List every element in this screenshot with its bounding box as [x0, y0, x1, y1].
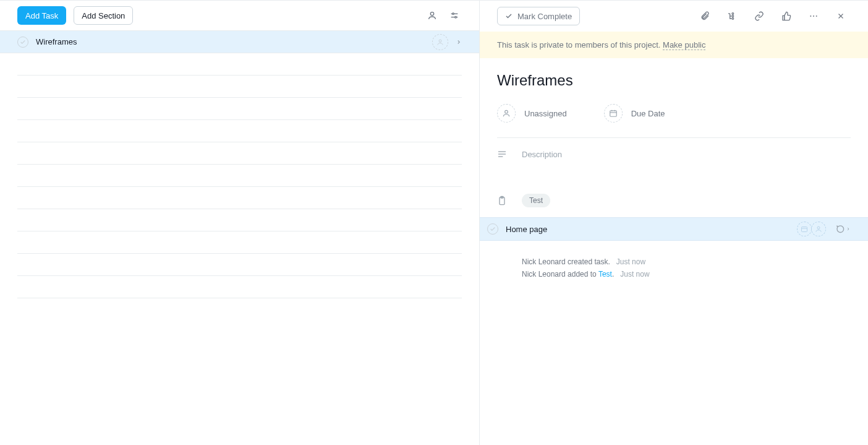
person-icon: [497, 104, 516, 123]
due-date-label: Due Date: [631, 109, 665, 118]
right-toolbar: Mark Complete: [480, 1, 868, 32]
project-tag-row: Test: [497, 194, 851, 207]
svg-point-26: [817, 227, 820, 229]
svg-point-4: [455, 16, 457, 18]
blank-row[interactable]: [17, 165, 462, 187]
activity-action: created task.: [566, 257, 610, 266]
svg-point-6: [732, 13, 734, 15]
add-task-button[interactable]: Add Task: [17, 6, 66, 25]
mark-complete-label: Mark Complete: [517, 12, 572, 21]
assignee-field[interactable]: Unassigned: [497, 104, 567, 123]
due-date-field[interactable]: Due Date: [604, 104, 665, 123]
subtask-row[interactable]: Home page: [480, 217, 868, 241]
svg-point-7: [732, 15, 734, 17]
svg-point-11: [816, 15, 817, 17]
comment-icon[interactable]: [836, 224, 851, 234]
blank-row[interactable]: [17, 187, 462, 209]
blank-row[interactable]: [17, 209, 462, 231]
project-tag[interactable]: Test: [522, 194, 550, 207]
blank-row[interactable]: [17, 53, 462, 76]
activity-time: Just now: [616, 257, 645, 266]
activity-time: Just now: [620, 270, 649, 279]
svg-point-10: [813, 15, 814, 17]
activity-log: Nick Leonard created task.Just now Nick …: [497, 256, 851, 281]
check-circle-icon[interactable]: [487, 223, 498, 235]
task-name: Wireframes: [36, 37, 425, 46]
description-field[interactable]: Description: [497, 149, 851, 159]
more-icon[interactable]: [804, 6, 823, 26]
person-icon[interactable]: [811, 222, 826, 236]
svg-point-5: [439, 40, 441, 42]
svg-point-3: [453, 13, 454, 15]
clipboard-icon: [497, 196, 507, 205]
activity-suffix: .: [612, 270, 614, 279]
subtasks-icon[interactable]: [722, 6, 742, 26]
task-list: Wireframes: [0, 31, 479, 445]
svg-rect-15: [610, 111, 616, 116]
activity-actor: Nick Leonard: [522, 270, 566, 279]
make-public-link[interactable]: Make public: [663, 40, 705, 50]
activity-project-link[interactable]: Test: [598, 270, 612, 279]
blank-row[interactable]: [17, 98, 462, 120]
check-circle-icon[interactable]: [17, 37, 28, 48]
link-icon[interactable]: [749, 6, 769, 26]
chevron-right-icon: [456, 39, 462, 45]
activity-entry: Nick Leonard created task.Just now: [522, 256, 851, 268]
svg-rect-24: [802, 227, 807, 232]
blank-row[interactable]: [17, 276, 462, 298]
svg-point-14: [505, 110, 508, 113]
blank-row[interactable]: [17, 120, 462, 142]
task-list-panel: Add Task Add Section Wireframes: [0, 0, 480, 445]
description-placeholder: Description: [522, 150, 562, 159]
detail-body: Wireframes Unassigned Due Date: [480, 58, 868, 281]
privacy-banner: This task is private to members of this …: [480, 32, 868, 58]
activity-action: added to: [566, 270, 598, 279]
blank-row[interactable]: [17, 254, 462, 276]
task-title[interactable]: Wireframes: [497, 72, 851, 89]
close-icon[interactable]: [831, 6, 851, 26]
svg-point-8: [732, 18, 734, 20]
task-detail-panel: Mark Complete This task is priv: [480, 0, 868, 445]
mark-complete-button[interactable]: Mark Complete: [497, 7, 580, 25]
calendar-icon: [604, 104, 623, 123]
activity-actor: Nick Leonard: [522, 257, 566, 266]
add-section-button[interactable]: Add Section: [74, 6, 133, 25]
svg-point-9: [810, 15, 811, 17]
activity-entry: Nick Leonard added to Test.Just now: [522, 268, 851, 280]
filter-icon[interactable]: [447, 8, 462, 23]
subtask-name: Home page: [506, 225, 789, 234]
blank-row[interactable]: [17, 142, 462, 165]
description-icon: [497, 149, 507, 159]
like-icon[interactable]: [777, 6, 796, 26]
assignee-label: Unassigned: [524, 109, 567, 118]
meta-row: Unassigned Due Date: [497, 104, 851, 138]
calendar-icon[interactable]: [797, 222, 812, 236]
attachment-icon[interactable]: [695, 6, 715, 26]
privacy-text: This task is private to members of this …: [497, 40, 663, 50]
left-toolbar: Add Task Add Section: [0, 0, 479, 31]
task-row[interactable]: Wireframes: [0, 31, 479, 53]
blank-row[interactable]: [17, 231, 462, 254]
subtask-actions: [797, 222, 851, 236]
svg-point-0: [430, 12, 433, 15]
assign-icon[interactable]: [432, 34, 448, 50]
blank-row[interactable]: [17, 76, 462, 98]
person-icon[interactable]: [425, 8, 440, 23]
